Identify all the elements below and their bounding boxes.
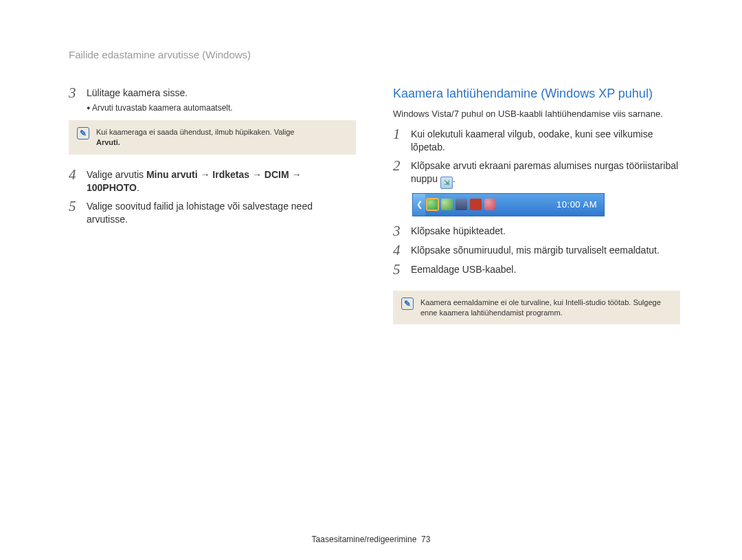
step-r3: 3 Klõpsake hüpikteadet. (393, 223, 680, 238)
step-r1: 1 Kui olekutuli kaameral vilgub, oodake,… (393, 126, 680, 154)
page-header: Failide edastamine arvutisse (Windows) (69, 48, 680, 62)
step-body: Klõpsake sõnumiruudul, mis märgib turval… (411, 243, 680, 257)
step-body: Kui olekutuli kaameral vilgub, oodake, k… (411, 126, 680, 154)
taskbar-expand-arrow-icon[interactable]: ❮ (413, 194, 425, 216)
section-heading: Kaamera lahtiühendamine (Windows XP puhu… (393, 85, 680, 102)
bullet-item: Arvuti tuvastab kaamera automaatselt. (87, 102, 356, 113)
step-text-pre: Valige arvutis (87, 169, 146, 180)
step-text: Kui olekutuli kaameral vilgub, oodake, k… (411, 128, 653, 153)
note-icon: ✎ (401, 298, 414, 310)
step-r4: 4 Klõpsake sõnumiruudul, mis märgib turv… (393, 243, 680, 258)
page-footer: Taasesitamine/redigeerimine 73 (0, 534, 742, 545)
footer-page-number: 73 (421, 535, 430, 544)
security-shield-icon[interactable] (441, 199, 453, 210)
step-text: Klõpsake sõnumiruudul, mis märgib turval… (411, 245, 660, 256)
step-body: Eemaldage USB-kaabel. (411, 262, 680, 276)
step-r2: 2 Klõpsake arvuti ekraani paremas alumis… (393, 158, 680, 189)
right-column: Kaamera lahtiühendamine (Windows XP puhu… (393, 85, 680, 337)
step-text: Eemaldage USB-kaabel. (411, 264, 516, 275)
step-number: 4 (393, 243, 411, 258)
step-number: 5 (69, 199, 87, 214)
step-number: 3 (69, 85, 87, 100)
network-icon[interactable] (484, 199, 496, 210)
display-icon[interactable] (456, 199, 467, 210)
step-r5: 5 Eemaldage USB-kaabel. (393, 262, 680, 277)
step-number: 1 (393, 126, 411, 142)
content-columns: 3 Lülitage kaamera sisse. Arvuti tuvasta… (69, 85, 680, 337)
safely-remove-icon: ⇲ (440, 177, 453, 189)
taskbar-clock: 10:00 AM (556, 199, 604, 211)
volume-icon[interactable] (470, 199, 482, 210)
note-bold: Arvuti. (96, 137, 348, 148)
step-body: Klõpsake arvuti ekraani paremas alumises… (411, 158, 680, 189)
windows-taskbar: ❮ 10:00 AM (412, 193, 605, 216)
footer-section: Taasesitamine/redigeerimine (312, 535, 417, 544)
safely-remove-hardware-icon[interactable] (427, 199, 438, 210)
step-text: Lülitage kaamera sisse. (87, 87, 188, 98)
section-intro: Windows Vista/7 puhul on USB-kaabli laht… (393, 108, 680, 120)
step-number: 5 (393, 262, 411, 277)
step-5: 5 Valige soovitud failid ja lohistage võ… (69, 199, 356, 226)
note-box-left: ✎ Kui kaameraga ei saada ühendust, ilmub… (69, 120, 356, 155)
step-text-post: . (137, 182, 139, 193)
note-icon: ✎ (77, 127, 89, 139)
bullet-list: Arvuti tuvastab kaamera automaatselt. (87, 102, 356, 113)
step-body: Lülitage kaamera sisse. Arvuti tuvastab … (87, 85, 356, 113)
step-number: 2 (393, 158, 411, 173)
step-body: Valige soovitud failid ja lohistage või … (87, 199, 356, 226)
left-column: 3 Lülitage kaamera sisse. Arvuti tuvasta… (69, 85, 356, 337)
step-4: 4 Valige arvutis Minu arvuti → Irdketas … (69, 167, 356, 194)
step-text: Klõpsake hüpikteadet. (411, 225, 506, 236)
note-line: Kui kaameraga ei saada ühendust, ilmub h… (96, 128, 294, 136)
note-box-right: ✎ Kaamera eemaldamine ei ole turvaline, … (393, 291, 680, 325)
step-text-post: . (453, 173, 456, 184)
step-body: Klõpsake hüpikteadet. (411, 223, 680, 238)
note-text: Kui kaameraga ei saada ühendust, ilmub h… (96, 127, 348, 148)
step-text: Valige soovitud failid ja lohistage või … (87, 201, 313, 225)
step-number: 4 (69, 167, 87, 182)
step-3: 3 Lülitage kaamera sisse. Arvuti tuvasta… (69, 85, 356, 113)
step-body: Valige arvutis Minu arvuti → Irdketas → … (87, 167, 356, 194)
note-text: Kaamera eemaldamine ei ole turvaline, ku… (420, 298, 672, 318)
step-number: 3 (393, 223, 411, 238)
